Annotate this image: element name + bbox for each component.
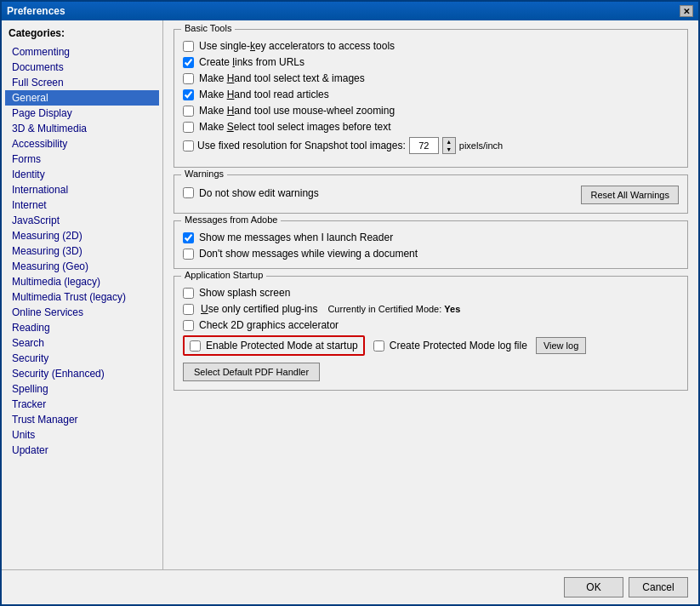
footer: OK Cancel xyxy=(2,569,698,604)
sidebar-item-forms[interactable]: Forms xyxy=(5,152,159,167)
select-tool-images-checkbox[interactable] xyxy=(183,122,194,133)
dont-show-warnings-label[interactable]: Do not show edit warnings xyxy=(199,187,319,199)
resolution-row: Use fixed resolution for Snapshot tool i… xyxy=(183,137,679,154)
warnings-content: Do not show edit warnings Reset All Warn… xyxy=(183,186,679,204)
protected-mode-highlight: Enable Protected Mode at startup xyxy=(183,335,365,356)
2d-graphics-checkbox[interactable] xyxy=(183,320,194,331)
sidebar-item-internet[interactable]: Internet xyxy=(5,197,159,213)
warnings-group: Warnings Do not show edit warnings Reset… xyxy=(174,174,688,214)
content-area: Categories: Commenting Documents Full Sc… xyxy=(2,20,698,569)
hand-tool-articles-label[interactable]: Make Hand tool read articles xyxy=(199,89,329,100)
sidebar-item-trust-manager[interactable]: Trust Manager xyxy=(5,412,159,427)
single-key-label[interactable]: Use single-key accelerators to access to… xyxy=(199,40,395,52)
hand-tool-articles-row: Make Hand tool read articles xyxy=(183,89,679,100)
2d-graphics-label[interactable]: Check 2D graphics accelerator xyxy=(199,319,339,331)
splash-screen-row: Show splash screen xyxy=(183,287,679,299)
resolution-label[interactable]: Use fixed resolution for Snapshot tool i… xyxy=(197,140,406,152)
basic-tools-group: Basic Tools Use single-key accelerators … xyxy=(174,29,688,168)
certified-plugins-row: Use only certified plug-ins Currently in… xyxy=(183,303,679,315)
hand-tool-mouse-row: Make Hand tool use mouse-wheel zooming xyxy=(183,105,679,117)
resolution-spinbox[interactable] xyxy=(409,137,439,154)
create-log-row: Create Protected Mode log file xyxy=(373,340,527,352)
hand-tool-mouse-label[interactable]: Make Hand tool use mouse-wheel zooming xyxy=(199,105,395,117)
sidebar-item-updater[interactable]: Updater xyxy=(5,443,159,458)
create-links-label[interactable]: Create links from URLs xyxy=(199,56,304,68)
sidebar-item-3d-multimedia[interactable]: 3D & Multimedia xyxy=(5,121,159,136)
sidebar-item-full-screen[interactable]: Full Screen xyxy=(5,75,159,90)
sidebar-item-measuring-geo[interactable]: Measuring (Geo) xyxy=(5,259,159,274)
sidebar-item-search[interactable]: Search xyxy=(5,335,159,351)
sidebar-item-general[interactable]: General xyxy=(5,90,159,106)
main-content: Basic Tools Use single-key accelerators … xyxy=(163,20,698,569)
close-button[interactable]: ✕ xyxy=(680,5,693,17)
window-title: Preferences xyxy=(7,5,65,17)
sidebar-item-page-display[interactable]: Page Display xyxy=(5,106,159,121)
dont-show-messages-checkbox[interactable] xyxy=(183,249,194,260)
sidebar-item-measuring-3d[interactable]: Measuring (3D) xyxy=(5,243,159,259)
sidebar-item-international[interactable]: International xyxy=(5,182,159,197)
select-default-button[interactable]: Select Default PDF Handler xyxy=(183,363,320,381)
show-messages-checkbox[interactable] xyxy=(183,232,194,243)
sidebar-item-units[interactable]: Units xyxy=(5,427,159,443)
single-key-checkbox[interactable] xyxy=(183,41,194,52)
certified-plugins-label[interactable]: Use only certified plug-ins xyxy=(201,303,317,315)
spin-buttons: ▲ ▼ xyxy=(442,137,456,154)
certified-mode-value: Yes xyxy=(444,304,460,314)
select-tool-images-label[interactable]: Make Select tool select images before te… xyxy=(199,121,390,133)
create-log-checkbox[interactable] xyxy=(373,340,384,352)
sidebar-item-commenting[interactable]: Commenting xyxy=(5,44,159,60)
2d-graphics-row: Check 2D graphics accelerator xyxy=(183,319,679,331)
sidebar-item-multimedia-trust[interactable]: Multimedia Trust (legacy) xyxy=(5,289,159,305)
spin-down-button[interactable]: ▼ xyxy=(443,146,455,153)
view-log-button[interactable]: View log xyxy=(536,337,586,354)
cancel-button[interactable]: Cancel xyxy=(629,577,688,597)
sidebar-item-spelling[interactable]: Spelling xyxy=(5,381,159,397)
create-links-checkbox[interactable] xyxy=(183,57,194,68)
protected-mode-checkbox[interactable] xyxy=(190,340,201,352)
hand-tool-text-row: Make Hand tool select text & images xyxy=(183,72,679,84)
sidebar-item-accessibility[interactable]: Accessibility xyxy=(5,136,159,152)
sidebar-item-identity[interactable]: Identity xyxy=(5,167,159,182)
sidebar: Categories: Commenting Documents Full Sc… xyxy=(2,20,163,569)
titlebar: Preferences ✕ xyxy=(2,2,698,20)
sidebar-item-online-services[interactable]: Online Services xyxy=(5,305,159,320)
basic-tools-title: Basic Tools xyxy=(181,23,235,33)
protected-mode-row: Enable Protected Mode at startup Create … xyxy=(183,335,679,356)
pixels-label: pixels/inch xyxy=(459,140,503,151)
splash-screen-label[interactable]: Show splash screen xyxy=(199,287,290,299)
hand-tool-text-checkbox[interactable] xyxy=(183,73,194,84)
sidebar-item-multimedia-legacy[interactable]: Multimedia (legacy) xyxy=(5,274,159,289)
sidebar-item-reading[interactable]: Reading xyxy=(5,320,159,335)
select-tool-images-row: Make Select tool select images before te… xyxy=(183,121,679,133)
select-default-row: Select Default PDF Handler xyxy=(183,363,679,381)
reset-warnings-button[interactable]: Reset All Warnings xyxy=(581,186,679,204)
splash-screen-checkbox[interactable] xyxy=(183,288,194,299)
ok-button[interactable]: OK xyxy=(564,577,623,597)
messages-content: Show me messages when I launch Reader Do… xyxy=(183,232,679,260)
show-messages-label[interactable]: Show me messages when I launch Reader xyxy=(199,232,393,243)
show-messages-row: Show me messages when I launch Reader xyxy=(183,232,679,243)
sidebar-item-documents[interactable]: Documents xyxy=(5,60,159,75)
sidebar-item-security-enhanced[interactable]: Security (Enhanced) xyxy=(5,366,159,381)
sidebar-item-security[interactable]: Security xyxy=(5,351,159,366)
dont-show-messages-row: Don't show messages while viewing a docu… xyxy=(183,248,679,260)
sidebar-item-javascript[interactable]: JavaScript xyxy=(5,213,159,228)
sidebar-item-measuring-2d[interactable]: Measuring (2D) xyxy=(5,228,159,243)
hand-tool-mouse-checkbox[interactable] xyxy=(183,106,194,117)
hand-tool-articles-checkbox[interactable] xyxy=(183,89,194,100)
create-log-label[interactable]: Create Protected Mode log file xyxy=(390,340,527,352)
sidebar-item-tracker[interactable]: Tracker xyxy=(5,397,159,412)
resolution-checkbox[interactable] xyxy=(183,140,194,152)
messages-title: Messages from Adobe xyxy=(181,214,281,225)
categories-label: Categories: xyxy=(5,27,159,39)
dont-show-warnings-checkbox[interactable] xyxy=(183,187,194,198)
startup-group: Application Startup Show splash screen U… xyxy=(174,276,688,391)
basic-tools-content: Use single-key accelerators to access to… xyxy=(183,40,679,154)
protected-mode-label[interactable]: Enable Protected Mode at startup xyxy=(206,340,358,352)
spin-up-button[interactable]: ▲ xyxy=(443,138,455,146)
hand-tool-text-label[interactable]: Make Hand tool select text & images xyxy=(199,72,365,84)
single-key-row: Use single-key accelerators to access to… xyxy=(183,40,679,52)
dont-show-messages-label[interactable]: Don't show messages while viewing a docu… xyxy=(199,248,418,260)
startup-title: Application Startup xyxy=(181,270,266,280)
certified-plugins-checkbox[interactable] xyxy=(183,304,194,315)
